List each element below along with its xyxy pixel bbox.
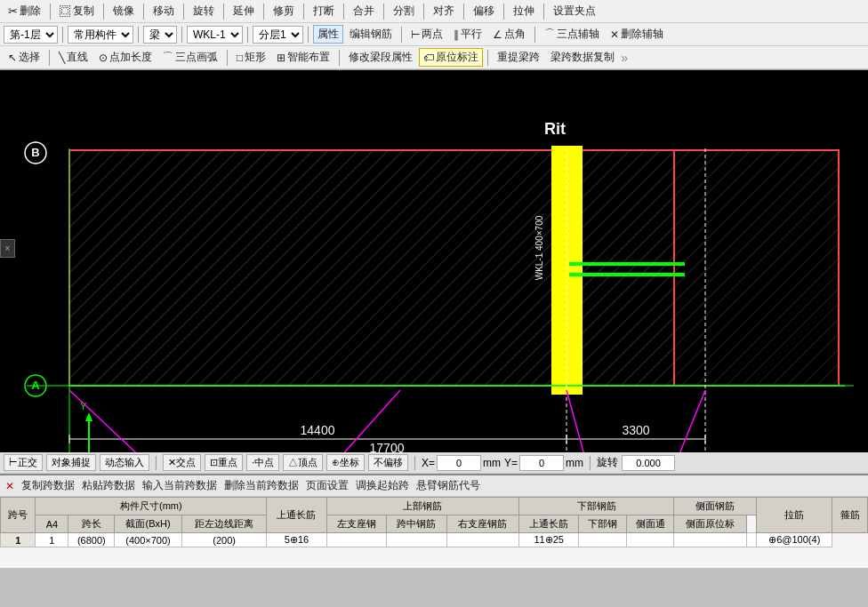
canvas-area: A B ① ② ③ 14400 3300 17700 bbox=[0, 70, 868, 452]
x-coord-input[interactable] bbox=[437, 455, 481, 471]
input-span-data-btn[interactable]: 输入当前跨数据 bbox=[142, 478, 217, 493]
two-point-button[interactable]: ⊢两点 bbox=[406, 25, 447, 44]
page-settings-btn[interactable]: 页面设置 bbox=[306, 478, 349, 493]
sep-r3-4 bbox=[487, 50, 488, 66]
snap-button[interactable]: 对象捕捉 bbox=[46, 454, 96, 471]
sep11 bbox=[463, 4, 464, 20]
sublayer-select[interactable]: 分层1 bbox=[253, 26, 303, 44]
layer-select[interactable]: 第-1层 bbox=[4, 26, 58, 44]
smart-layout-button[interactable]: ⊞智能布置 bbox=[272, 48, 334, 67]
name-select[interactable]: WKL-1 bbox=[187, 26, 243, 44]
copy-button[interactable]: ⿴复制 bbox=[55, 2, 99, 20]
three-point-aux-button[interactable]: ⌒三点辅轴 bbox=[540, 25, 604, 44]
rotation-input[interactable] bbox=[622, 455, 675, 471]
th-top-through: 上通长筋 bbox=[267, 498, 326, 533]
cantilever-rebar-btn[interactable]: 悬臂钢筋代号 bbox=[416, 478, 480, 493]
th-dist-left: 距左边线距离 bbox=[181, 515, 266, 533]
del-span-data-btn[interactable]: 删除当前跨数据 bbox=[224, 478, 299, 493]
main-beam-rect bbox=[69, 150, 674, 386]
span-data-copy-button[interactable]: 梁跨数据复制 bbox=[546, 48, 619, 67]
sep13 bbox=[543, 4, 544, 20]
copy-span-data-btn[interactable]: 复制跨数据 bbox=[21, 478, 75, 493]
sep-r2-2 bbox=[138, 27, 139, 43]
intersect-button[interactable]: ✕交点 bbox=[163, 454, 201, 471]
coord-button[interactable]: ⊕坐标 bbox=[326, 454, 365, 471]
y-coord-input[interactable] bbox=[519, 455, 564, 471]
dim-17700-text: 17700 bbox=[370, 441, 405, 452]
close-panel-button[interactable]: × bbox=[0, 239, 15, 258]
move-button[interactable]: 移动 bbox=[149, 2, 179, 20]
data-table-container: 跨号 构件尺寸(mm) 上通长筋 上部钢筋 下部钢筋 侧面钢筋 拉筋 箍筋 A4… bbox=[0, 497, 868, 568]
del-aux-button[interactable]: ✕删除辅轴 bbox=[606, 25, 668, 44]
th-side-rebar: 侧面钢筋 bbox=[674, 498, 757, 515]
stretch-button[interactable]: 拉伸 bbox=[509, 2, 539, 20]
cell-mid-span bbox=[387, 533, 446, 547]
delete-button[interactable]: ✂删除 bbox=[4, 2, 45, 20]
rotate-button[interactable]: 旋转 bbox=[189, 2, 219, 20]
cell-dist-left: (200) bbox=[181, 533, 266, 547]
ortho-icon: ⊢ bbox=[9, 457, 18, 467]
merge-button[interactable]: 合并 bbox=[349, 2, 379, 20]
annotation-line-4 bbox=[623, 390, 705, 452]
edit-rebar-button[interactable]: 编辑钢筋 bbox=[345, 25, 397, 44]
rect-button[interactable]: □矩形 bbox=[232, 48, 270, 67]
select-button[interactable]: ↖选择 bbox=[4, 48, 44, 67]
cell-a4[interactable] bbox=[36, 533, 68, 547]
bottom-toolbar: ✕ 复制跨数据 粘贴跨数据 输入当前跨数据 删除当前跨数据 页面设置 调换起始跨… bbox=[0, 475, 868, 497]
sep-r3-1 bbox=[49, 50, 50, 66]
status-sep-1 bbox=[156, 456, 157, 470]
no-offset-button[interactable]: 不偏移 bbox=[368, 454, 408, 471]
swap-start-span-btn[interactable]: 调换起始跨 bbox=[356, 478, 409, 493]
sep-r2-3 bbox=[181, 27, 182, 43]
component-select[interactable]: 常用构件 bbox=[68, 26, 133, 44]
cell-bottom-through: 11⊕25 bbox=[518, 533, 578, 547]
sep10 bbox=[423, 4, 424, 20]
trim-button[interactable]: 修剪 bbox=[269, 2, 299, 20]
break-button[interactable]: 打断 bbox=[309, 2, 339, 20]
expand-toolbar-icon[interactable]: » bbox=[621, 51, 628, 65]
th-bottom-bar: 下部钢 bbox=[579, 515, 626, 533]
align-button[interactable]: 对齐 bbox=[429, 2, 459, 20]
paste-span-data-btn[interactable]: 粘贴跨数据 bbox=[82, 478, 135, 493]
type-select[interactable]: 梁 bbox=[143, 26, 177, 44]
grip-settings-button[interactable]: 设置夹点 bbox=[549, 2, 600, 20]
line-button[interactable]: ╲直线 bbox=[54, 48, 92, 67]
data-table: 跨号 构件尺寸(mm) 上通长筋 上部钢筋 下部钢筋 侧面钢筋 拉筋 箍筋 A4… bbox=[0, 497, 868, 547]
offset-button[interactable]: 偏移 bbox=[469, 2, 499, 20]
a4-input[interactable] bbox=[43, 535, 60, 546]
point-angle-button[interactable]: ∠点角 bbox=[488, 25, 530, 44]
canvas-svg: A B ① ② ③ 14400 3300 17700 bbox=[0, 70, 868, 452]
three-arc-button[interactable]: ⌒三点画弧 bbox=[158, 48, 222, 67]
split-button[interactable]: 分割 bbox=[389, 2, 419, 20]
cell-span-length: (6800) bbox=[68, 533, 115, 547]
extend-button[interactable]: 延伸 bbox=[229, 2, 259, 20]
toolbar-container: ✂删除 ⿴复制 镜像 移动 旋转 延伸 修剪 打断 合并 分割 对齐 偏移 拉伸… bbox=[0, 0, 868, 70]
sep-r2-7 bbox=[534, 27, 535, 43]
re-detect-span-button[interactable]: 重提梁跨 bbox=[493, 48, 544, 67]
point-length-button[interactable]: ⊙点加长度 bbox=[94, 48, 157, 67]
th-member-size: 构件尺寸(mm) bbox=[36, 498, 267, 515]
sep7 bbox=[303, 4, 304, 20]
toolbar-row-1: ✂删除 ⿴复制 镜像 移动 旋转 延伸 修剪 打断 合并 分割 对齐 偏移 拉伸… bbox=[0, 0, 868, 23]
right-beam-rect bbox=[674, 150, 839, 386]
cell-right-support bbox=[446, 533, 518, 547]
midpoint-button[interactable]: ·中点 bbox=[246, 454, 279, 471]
in-situ-annotation-button[interactable]: 🏷原位标注 bbox=[419, 48, 483, 67]
endpoint-button[interactable]: ⊡重点 bbox=[205, 454, 243, 471]
th-stirrup: 箍筋 bbox=[832, 498, 868, 533]
parallel-button[interactable]: ∥平行 bbox=[449, 25, 486, 44]
sep12 bbox=[503, 4, 504, 20]
axis-a-label: A bbox=[31, 379, 40, 392]
th-right-support: 右支座钢筋 bbox=[446, 515, 518, 533]
close-bottom-icon[interactable]: ✕ bbox=[5, 480, 14, 492]
x-coord-box: X= mm bbox=[422, 455, 501, 471]
properties-button[interactable]: 属性 bbox=[313, 25, 343, 44]
axis-b-label: B bbox=[31, 146, 39, 159]
annotation-line-2 bbox=[69, 390, 249, 452]
ortho-button[interactable]: ⊢正交 bbox=[4, 454, 43, 471]
vertex-button[interactable]: △顶点 bbox=[283, 454, 323, 471]
modify-span-prop-button[interactable]: 修改梁段属性 bbox=[344, 48, 417, 67]
mirror-button[interactable]: 镜像 bbox=[108, 2, 139, 20]
y-arrowhead bbox=[85, 412, 92, 421]
dynamic-input-button[interactable]: 动态输入 bbox=[100, 454, 149, 471]
